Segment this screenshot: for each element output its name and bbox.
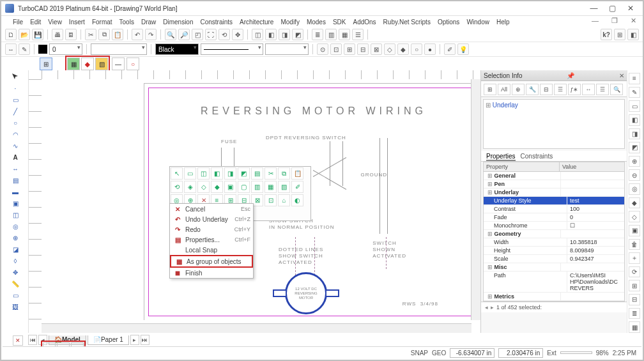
image-tool-icon[interactable]: 🖼: [10, 302, 20, 312]
ctx-tool-icon[interactable]: ⧉: [278, 167, 290, 180]
frame-tool-icon[interactable]: ▭: [10, 290, 20, 300]
property-row[interactable]: Fade0: [484, 213, 624, 222]
rtool-icon[interactable]: ⊟: [629, 294, 640, 305]
ctx-tool-icon[interactable]: ▦: [264, 181, 277, 193]
rtool-icon[interactable]: ◩: [629, 142, 640, 153]
ctx-tool-icon[interactable]: ▤: [251, 167, 263, 180]
ctx-tool-icon[interactable]: ◧: [211, 167, 223, 180]
status-ext[interactable]: [560, 351, 592, 354]
sel-prev-icon[interactable]: ◂: [485, 304, 488, 311]
menu-edit[interactable]: Edit: [30, 19, 41, 26]
open-icon[interactable]: 📂: [19, 29, 30, 40]
ctx-tool-icon[interactable]: ✂: [264, 167, 277, 180]
property-group[interactable]: Misc: [484, 263, 624, 272]
props-icon[interactable]: ☰: [352, 29, 364, 40]
property-row[interactable]: PathC:\Users\IMSI HP\Downloads\DC REVERS: [484, 272, 624, 293]
layer-select[interactable]: 0: [49, 43, 82, 55]
ctx-tool-icon[interactable]: ◆: [211, 181, 223, 193]
menu-addons[interactable]: AddOns: [353, 19, 376, 26]
rtool-icon[interactable]: ⊞: [629, 280, 640, 291]
underlay-circle-icon[interactable]: ○: [126, 58, 139, 70]
close-button[interactable]: ✕: [622, 4, 639, 13]
context-menu-item[interactable]: ▦As group of objects: [170, 255, 253, 268]
status-geo[interactable]: GEO: [432, 349, 446, 357]
menu-view[interactable]: View: [48, 19, 62, 26]
menu-constraints[interactable]: Constraints: [201, 19, 233, 26]
line-tool-icon[interactable]: ╱: [10, 106, 20, 116]
ctx-tool-icon[interactable]: ⌂: [278, 194, 290, 206]
paste-icon[interactable]: 📋: [112, 29, 123, 40]
property-group[interactable]: General: [484, 172, 624, 180]
context-menu-item[interactable]: ▤Properties...Ctrl+F: [170, 234, 253, 245]
tab-next-icon[interactable]: ▸: [130, 335, 139, 345]
status-x[interactable]: -6.634007 in: [450, 348, 494, 358]
canvas[interactable]: REVERSING MOTOR WIRING FUSE DPDT REVERSI…: [42, 79, 480, 320]
property-group[interactable]: Geometry: [484, 230, 624, 238]
menu-tools[interactable]: Tools: [119, 19, 134, 26]
ctx-tool-icon[interactable]: ⊡: [264, 194, 277, 206]
nav-tool-icon[interactable]: ✥: [10, 267, 20, 277]
sel-next-icon[interactable]: ▸: [491, 304, 494, 311]
rtool-icon[interactable]: ▭: [629, 100, 640, 112]
ctx-tool-icon[interactable]: ◩: [238, 167, 250, 180]
ctx-tool-icon[interactable]: ◐: [291, 194, 303, 206]
property-row[interactable]: Monochrome☐: [484, 222, 624, 230]
lineweight-select[interactable]: [265, 43, 309, 55]
menu-sdk[interactable]: SDK: [333, 19, 346, 26]
menu-insert[interactable]: Insert: [69, 19, 85, 26]
snap-3-icon[interactable]: ⊞: [344, 43, 355, 55]
zoom-in-icon[interactable]: 🔍: [165, 29, 176, 40]
linetype-select[interactable]: [91, 43, 147, 55]
rtool-icon[interactable]: ◆: [629, 197, 640, 209]
snap-2-icon[interactable]: ⊡: [330, 43, 342, 55]
property-group[interactable]: Metrics: [484, 293, 624, 301]
menu-options[interactable]: Options: [438, 19, 459, 26]
tab-first-icon[interactable]: ⏮: [28, 335, 37, 345]
rtool-icon[interactable]: ⊖: [629, 169, 640, 181]
menu-file[interactable]: File: [13, 19, 23, 26]
selinfo-tab-button[interactable]: 🔍: [610, 84, 623, 95]
menu-modes[interactable]: Modes: [307, 19, 326, 26]
property-value[interactable]: ☐: [567, 222, 624, 229]
horizontal-scrollbar[interactable]: [42, 323, 471, 333]
new-file-icon[interactable]: 🗋: [5, 29, 17, 40]
property-value[interactable]: C:\Users\IMSI HP\Downloads\DC REVERS: [567, 272, 624, 292]
property-value[interactable]: 0: [567, 213, 624, 221]
lightbulb-icon[interactable]: 💡: [457, 43, 469, 55]
block-icon[interactable]: ▥: [325, 29, 337, 40]
bool-tool-icon[interactable]: ⊕: [10, 233, 20, 243]
menu-ruby[interactable]: Ruby.Net Scripts: [383, 19, 431, 26]
property-value[interactable]: test: [567, 197, 624, 204]
revolve-tool-icon[interactable]: ◎: [10, 221, 20, 231]
print-icon[interactable]: 🖶: [52, 29, 63, 40]
group-icon[interactable]: ▦: [339, 29, 350, 40]
select-icon[interactable]: ↔: [5, 43, 17, 55]
property-value[interactable]: 8.009849: [567, 247, 624, 254]
context-menu-item[interactable]: ⏹Finish: [170, 268, 253, 278]
property-value[interactable]: 100: [567, 205, 624, 213]
rtool-icon[interactable]: ⟳: [629, 266, 640, 278]
property-group[interactable]: Pen: [484, 180, 624, 188]
rtool-icon[interactable]: 🗑: [629, 239, 640, 250]
underlay-pdf-icon[interactable]: ◆: [81, 58, 94, 70]
selinfo-tab-button[interactable]: ƒ∗: [568, 84, 581, 95]
hatch-tool-icon[interactable]: ▤: [10, 175, 20, 185]
minimize-button[interactable]: —: [585, 4, 602, 13]
snap-8-icon[interactable]: ○: [411, 43, 422, 55]
menu-draw[interactable]: Draw: [141, 19, 156, 26]
box-tool-icon[interactable]: ▣: [10, 198, 20, 208]
menu-window[interactable]: Window: [466, 19, 489, 26]
selinfo-tab-button[interactable]: ☰: [596, 84, 609, 95]
help-icon[interactable]: k?: [601, 29, 612, 40]
status-close-icon[interactable]: ✕: [13, 335, 23, 346]
tree-node-underlay[interactable]: Underlay: [486, 102, 622, 109]
status-snap[interactable]: SNAP: [411, 349, 428, 357]
curve-tool-icon[interactable]: ∿: [10, 141, 20, 151]
ctx-tool-icon[interactable]: ▭: [184, 167, 196, 180]
underlay-image-icon[interactable]: ▧: [95, 58, 108, 70]
selinfo-tab-button[interactable]: ⊕: [512, 84, 525, 95]
underlay-line-icon[interactable]: —: [112, 58, 125, 70]
property-row[interactable]: Scale0.942347: [484, 255, 624, 263]
selinfo-tab-button[interactable]: ⊟: [540, 84, 553, 95]
context-menu-item[interactable]: ✕CancelEsc: [170, 204, 253, 214]
